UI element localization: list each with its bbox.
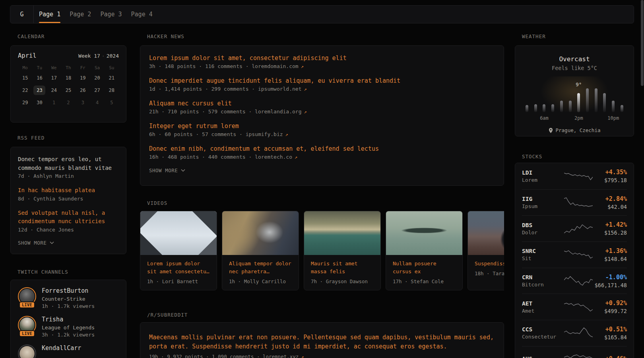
video-meta: 17h · Stefan Cole — [393, 278, 456, 284]
stock-name: Bitcorn — [522, 282, 562, 288]
stock-row[interactable]: AETAmet +0.92%$499.72 — [522, 294, 627, 320]
video-title-link[interactable]: Lorem ipsum dolor sit amet consectetu… — [147, 260, 210, 276]
tab-page-4[interactable]: Page 4 — [131, 6, 153, 23]
channel-game[interactable]: League of Legends — [42, 325, 95, 331]
stock-sparkline — [564, 327, 593, 339]
temperature-bar-current — [577, 93, 580, 112]
video-card[interactable]: Nullam posuere cursus ex 17h · Stefan Co… — [386, 211, 463, 290]
video-card[interactable]: Aliquam tempor dolor nec pharetra… 1h · … — [222, 211, 299, 290]
topbar: G Page 1 Page 2 Page 3 Page 4 — [10, 5, 634, 23]
video-title-link[interactable]: Suspendisse diam — [475, 260, 504, 268]
video-meta: 7h · Grayson Dawson — [311, 278, 374, 284]
stock-row[interactable]: LDILorem +4.35%$795.18 — [522, 163, 627, 189]
reddit-post-link[interactable]: Maecenas mollis pulvinar erat non posuer… — [149, 333, 495, 351]
stock-change: +4.35% — [593, 169, 627, 176]
video-thumbnail[interactable] — [222, 211, 299, 255]
video-meta: 1h · Lori Barnett — [147, 278, 210, 284]
calendar-weekday-row: Mo Tu We Th Fr Sa Su — [18, 65, 119, 70]
hn-item: Integer eget rutrum lorem 6h · 60 points… — [149, 122, 495, 137]
hn-meta-text: 6h · 60 points · 57 comments · ipsumify.… — [149, 131, 283, 137]
temperature-chart: 9° — [526, 76, 623, 112]
rss-article-link[interactable]: In hac habitasse platea — [18, 186, 119, 195]
hn-story-meta[interactable]: 6h · 60 points · 57 comments · ipsumify.… — [149, 131, 495, 137]
video-thumbnail[interactable] — [140, 211, 217, 255]
hackernews-widget: Lorem ipsum dolor sit amet, consectetur … — [140, 45, 504, 186]
stock-ticker: DBS — [522, 222, 562, 228]
temperature-bar — [595, 88, 597, 112]
hn-meta-text: 21h · 710 points · 579 comments · loreml… — [149, 109, 302, 115]
stock-row[interactable]: IIGIpsum +2.84%$42.04 — [522, 189, 627, 216]
temperature-bar — [534, 104, 537, 112]
channel-game[interactable]: Counter-Strike — [42, 296, 95, 302]
temperature-bar — [551, 104, 554, 112]
video-thumbnail[interactable] — [386, 211, 462, 255]
stock-name: Dolor — [522, 230, 562, 235]
calendar-row: 29 30 1 2 3 4 5 — [18, 98, 119, 107]
calendar-row: 22 23 24 25 26 27 28 — [18, 86, 119, 95]
hour-axis: 6am 2pm 10pm — [526, 115, 623, 121]
twitch-channel[interactable]: LIVE ForrestBurton Counter-Strike 1h · 1… — [18, 287, 119, 309]
rss-article-link[interactable]: Sed volutpat nulla nisl, a condimentum n… — [18, 209, 119, 226]
weather-location[interactable]: Prague, Czechia — [526, 127, 623, 133]
reddit-post-meta[interactable]: 19h · 9,932 points · 1,090 comments · lo… — [149, 354, 495, 358]
rss-item: Donec tempor eros leo, ut commodo mauris… — [18, 155, 119, 179]
hn-story-link[interactable]: Donec imperdiet augue tincidunt felis al… — [149, 77, 495, 85]
stock-name: Consectetur — [522, 334, 562, 340]
hn-show-more-button[interactable]: SHOW MORE — [149, 167, 185, 173]
video-thumbnail[interactable] — [468, 211, 504, 255]
hn-story-link[interactable]: Integer eget rutrum lorem — [149, 122, 495, 130]
twitch-channel[interactable]: KendallCarr — [18, 344, 119, 358]
external-link-icon: ↗ — [295, 154, 297, 160]
tab-page-1[interactable]: Page 1 — [39, 6, 60, 23]
channel-name: Trisha — [42, 316, 95, 323]
rss-item: Sed volutpat nulla nisl, a condimentum n… — [18, 209, 119, 233]
stock-row[interactable]: SNRCSit +1.36%$148.64 — [522, 241, 627, 268]
hn-story-meta[interactable]: 21h · 710 points · 579 comments · loreml… — [149, 109, 495, 115]
hn-story-link[interactable]: Lorem ipsum dolor sit amet, consectetur … — [149, 54, 495, 62]
stock-row[interactable]: CCSConsectetur +0.51%$165.84 — [522, 320, 627, 346]
stock-row[interactable]: AHS +0.46% — [522, 346, 627, 358]
stock-price: $148.64 — [593, 256, 627, 262]
weekday-label: Tu — [33, 65, 45, 70]
calendar-selected-day: 23 — [33, 86, 45, 95]
video-card[interactable]: Mauris sit amet massa felis 7h · Grayson… — [304, 211, 381, 290]
calendar-day-next-month: 5 — [106, 98, 118, 107]
video-title-link[interactable]: Nullam posuere cursus ex — [393, 260, 456, 276]
calendar-day: 28 — [106, 86, 118, 95]
hn-story-meta[interactable]: 1d · 1,414 points · 299 comments · ipsum… — [149, 86, 495, 92]
hn-story-meta[interactable]: 16h · 468 points · 440 comments · loremt… — [149, 154, 495, 160]
stock-row[interactable]: CRNBitcorn -1.00%$66,171.48 — [522, 268, 627, 294]
tab-page-2[interactable]: Page 2 — [70, 6, 91, 23]
page-tabs: Page 1 Page 2 Page 3 Page 4 — [39, 6, 153, 23]
hn-item: Donec enim nibh, condimentum et accumsan… — [149, 145, 495, 160]
hn-story-meta[interactable]: 3h · 148 points · 116 comments · loremdo… — [149, 63, 495, 69]
twitch-widget: LIVE ForrestBurton Counter-Strike 1h · 1… — [10, 280, 126, 358]
tab-page-3[interactable]: Page 3 — [100, 6, 122, 23]
temperature-bar — [603, 93, 606, 112]
stock-change: +1.42% — [593, 221, 627, 228]
stock-row[interactable]: DBSDolor +1.42%$156.28 — [522, 215, 627, 241]
video-card[interactable]: Suspendisse diam 18h · Tara — [467, 211, 504, 290]
stock-sparkline — [564, 223, 593, 235]
stock-change: +1.36% — [593, 247, 627, 255]
weekday-label: Sa — [91, 65, 103, 70]
rss-show-more-button[interactable]: SHOW MORE — [18, 240, 54, 246]
video-thumbnail[interactable] — [304, 211, 380, 255]
hn-story-link[interactable]: Donec enim nibh, condimentum et accumsan… — [149, 145, 495, 153]
avatar-image — [19, 346, 35, 358]
rss-item: In hac habitasse platea 8d · Cynthia Sau… — [18, 186, 119, 202]
app-logo[interactable]: G — [10, 6, 34, 23]
video-title-link[interactable]: Mauris sit amet massa felis — [311, 260, 374, 276]
scrollbar-thumb[interactable] — [641, 0, 644, 86]
temperature-bar — [621, 105, 623, 112]
calendar-day: 22 — [19, 86, 31, 95]
calendar-row: 15 16 17 18 19 20 21 — [18, 73, 119, 83]
twitch-channel[interactable]: LIVE Trisha League of Legends 3h · 1.2k … — [18, 316, 119, 338]
rss-article-link[interactable]: Donec tempor eros leo, ut commodo mauris… — [18, 155, 119, 172]
stock-ticker: AET — [522, 300, 562, 307]
video-title-link[interactable]: Aliquam tempor dolor nec pharetra… — [229, 260, 292, 276]
calendar-day-next-month: 3 — [77, 98, 89, 107]
external-link-icon: ↗ — [304, 109, 307, 115]
hn-story-link[interactable]: Aliquam nec cursus elit — [149, 99, 495, 107]
video-card[interactable]: Lorem ipsum dolor sit amet consectetu… 1… — [140, 211, 217, 290]
